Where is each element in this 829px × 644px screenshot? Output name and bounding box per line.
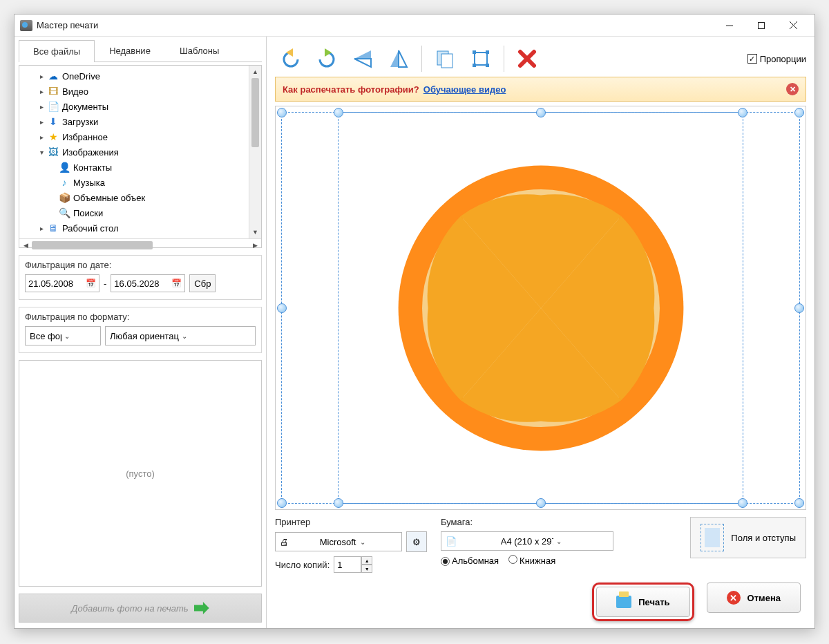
tree-item[interactable]: ▾🖼Изображения [19, 144, 249, 160]
horizontal-scrollbar[interactable]: ◀ ▶ [19, 238, 261, 251]
spin-up-button[interactable]: ▲ [361, 556, 372, 565]
scroll-track[interactable] [249, 147, 261, 226]
svg-marker-7 [354, 59, 371, 67]
scroll-down-button[interactable]: ▼ [249, 226, 261, 238]
delete-button[interactable] [511, 44, 543, 74]
folder-icon: ★ [47, 131, 59, 142]
scroll-thumb[interactable] [251, 78, 259, 147]
handle-tm[interactable] [536, 108, 546, 117]
scroll-up-button[interactable]: ▲ [249, 66, 261, 78]
tree-items[interactable]: ▸☁OneDrive▸🎞Видео▸📄Документы▸⬇Загрузки▸★… [19, 66, 249, 238]
svg-rect-15 [473, 64, 476, 67]
tree-item[interactable]: ▸🎞Видео [19, 84, 249, 99]
window-title: Мастер печати [37, 20, 714, 30]
svg-rect-13 [473, 50, 476, 54]
tree-item[interactable]: ▸📄Документы [19, 99, 249, 114]
toolbar-separator [421, 46, 422, 72]
tree-item[interactable]: ▸★Избранное [19, 129, 249, 144]
handle-inner-tl[interactable] [334, 108, 343, 117]
notice-close-button[interactable]: ✕ [786, 83, 799, 95]
handle-inner-br[interactable] [738, 498, 747, 508]
tab-templates[interactable]: Шаблоны [165, 39, 234, 61]
crop-button[interactable] [465, 44, 497, 74]
svg-marker-5 [325, 48, 332, 57]
tab-recent[interactable]: Недавние [95, 39, 165, 61]
format-filter-label: Фильтрация по формату: [25, 312, 256, 322]
svg-marker-6 [354, 50, 371, 59]
copies-input[interactable] [334, 556, 361, 573]
reset-date-button[interactable]: Сбр [189, 274, 216, 292]
svg-marker-4 [286, 48, 293, 57]
date-to-input[interactable]: 📅 [111, 274, 185, 292]
add-photo-button[interactable]: Добавить фото на печать [19, 594, 262, 623]
tree-item[interactable]: ♪Музыка [19, 175, 249, 190]
outer-selection[interactable] [281, 112, 800, 504]
calendar-icon[interactable]: 📅 [171, 278, 182, 289]
paper-icon: 📄 [446, 536, 498, 547]
flip-horizontal-button[interactable] [383, 44, 414, 74]
copy-button[interactable] [429, 44, 461, 74]
handle-inner-tr[interactable] [738, 108, 747, 117]
tree-item[interactable]: ▸☁OneDrive [19, 68, 249, 84]
print-wizard-window: Мастер печати Все файлы Недавние Шаблоны… [14, 14, 815, 629]
handle-ml[interactable] [277, 303, 287, 313]
calendar-icon[interactable]: 📅 [85, 278, 96, 289]
handle-br[interactable] [794, 498, 804, 508]
tab-all-files[interactable]: Все файлы [19, 40, 95, 62]
chevron-down-icon: ⌄ [556, 538, 609, 545]
scroll-left-button[interactable]: ◀ [19, 239, 32, 252]
tree-item[interactable]: ▸🖥Рабочий стол [19, 220, 249, 236]
margins-button[interactable]: Поля и отступы [690, 517, 806, 558]
tree-item[interactable]: ▸⬇Загрузки [19, 114, 249, 129]
main-area: ✓ Пропорции Как распечатать фотографии? … [267, 37, 814, 628]
format-combo[interactable]: Все форма⌄ [25, 326, 101, 345]
rotate-right-button[interactable] [311, 44, 343, 74]
date-from-field[interactable] [28, 278, 85, 289]
date-from-input[interactable]: 📅 [25, 274, 99, 292]
maximize-button[interactable] [745, 15, 777, 36]
flip-vertical-icon [351, 48, 374, 69]
handle-mr[interactable] [794, 303, 804, 313]
expand-icon: ▸ [37, 103, 46, 111]
chevron-down-icon: ⌄ [64, 332, 96, 340]
proportions-toggle[interactable]: ✓ Пропорции [747, 54, 806, 64]
cancel-button[interactable]: ✕ Отмена [707, 583, 801, 613]
minimize-button[interactable] [714, 15, 745, 36]
svg-rect-16 [486, 64, 489, 67]
folder-icon: ⬇ [47, 116, 59, 127]
svg-marker-8 [390, 50, 399, 67]
handle-tr[interactable] [794, 108, 804, 117]
copies-spinner[interactable]: ▲ ▼ [334, 556, 372, 573]
flip-vertical-button[interactable] [347, 44, 379, 74]
print-canvas[interactable] [275, 106, 806, 510]
cancel-icon: ✕ [727, 591, 741, 605]
tutorial-link[interactable]: Обучающее видео [423, 84, 506, 95]
orientation-combo[interactable]: Любая ориентация⌄ [105, 326, 256, 345]
tree-item[interactable]: 📦Объемные объек [19, 190, 249, 205]
hscroll-thumb[interactable] [32, 241, 153, 249]
tree-item[interactable]: 👤Контакты [19, 160, 249, 175]
handle-inner-bl[interactable] [334, 498, 343, 508]
tree-item[interactable]: 🔍Поиски [19, 205, 249, 220]
tree-item-label: Загрузки [62, 117, 98, 127]
date-to-field[interactable] [114, 278, 171, 289]
close-button[interactable] [777, 15, 809, 36]
rotate-left-button[interactable] [275, 44, 307, 74]
printer-settings-button[interactable]: ⚙ [406, 531, 427, 552]
printer-column: Принтер 🖨 Microsoft Pri⌄ ⚙ Число копий: [275, 517, 427, 573]
paper-column: Бумага: 📄 A4 (210 x 297 мм)⌄ Альбомная К… [441, 517, 613, 566]
print-button[interactable]: Печать [596, 587, 689, 617]
spin-down-button[interactable]: ▼ [361, 565, 372, 573]
paper-combo[interactable]: 📄 A4 (210 x 297 мм)⌄ [441, 531, 613, 551]
delete-icon [517, 49, 537, 68]
handle-bm[interactable] [536, 498, 546, 508]
handle-bl[interactable] [277, 498, 287, 508]
vertical-scrollbar[interactable]: ▲ ▼ [249, 66, 261, 238]
svg-rect-11 [441, 54, 452, 68]
handle-tl[interactable] [277, 108, 287, 117]
scroll-right-button[interactable]: ▶ [249, 239, 261, 252]
copy-icon [435, 48, 455, 69]
portrait-radio[interactable]: Книжная [508, 555, 555, 566]
landscape-radio[interactable]: Альбомная [441, 556, 499, 566]
printer-combo[interactable]: 🖨 Microsoft Pri⌄ [275, 532, 402, 551]
